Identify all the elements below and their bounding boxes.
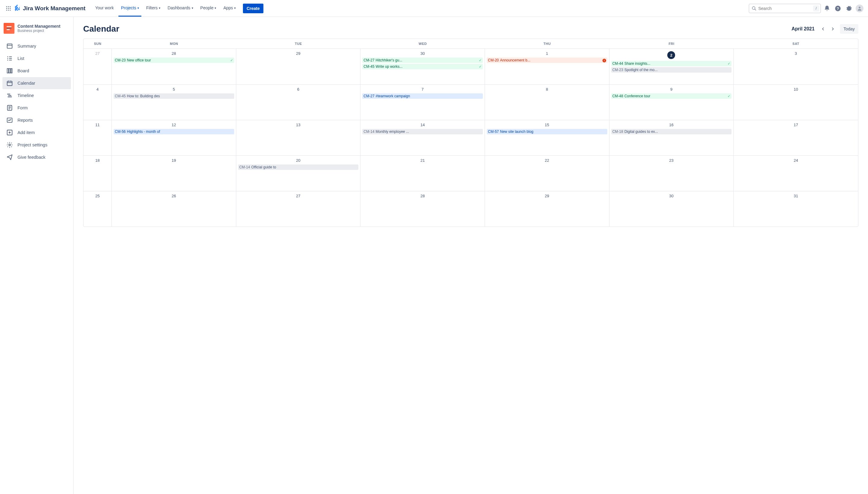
settings-button[interactable] [844, 4, 853, 13]
calendar-event[interactable]: CM-14Official guide to [238, 165, 359, 170]
calendar-event[interactable]: CM-57New site launch blog [487, 129, 607, 134]
project-header[interactable]: Content Management Business project [2, 23, 71, 40]
calendar-day[interactable]: 26 [112, 191, 236, 227]
sidebar-item-label: List [17, 56, 24, 61]
prev-month-button[interactable] [818, 24, 828, 34]
sidebar: Content Management Business project Summ… [0, 17, 74, 494]
svg-point-3 [6, 8, 7, 9]
calendar-day[interactable]: 29 [236, 49, 361, 84]
summary-icon [6, 42, 13, 50]
calendar-day[interactable]: 4 [84, 84, 112, 120]
calendar-day[interactable]: 27 [84, 49, 112, 84]
calendar-day[interactable]: 21 [361, 156, 485, 191]
nav-item-label: Dashboards [168, 5, 190, 10]
nav-item-projects[interactable]: Projects▾ [118, 0, 141, 17]
nav-item-people[interactable]: People▾ [198, 0, 219, 17]
event-key: CM-23 [612, 68, 623, 72]
calendar-day[interactable]: 8 [485, 84, 609, 120]
calendar-event[interactable]: CM-18Digital guides to ex... [611, 129, 732, 134]
notifications-button[interactable] [822, 4, 832, 13]
day-number: 10 [735, 86, 856, 93]
svg-point-4 [8, 8, 9, 9]
calendar-day[interactable]: 11 [84, 120, 112, 155]
calendar-day[interactable]: 24 [734, 156, 858, 191]
calendar-event[interactable]: CM-27Hitchhiker's gu...✓ [362, 58, 483, 63]
calendar-event[interactable]: CM-44Share insights...✓ [611, 61, 732, 66]
calendar-day[interactable]: 14CM-14Monthly employee ... [361, 120, 485, 155]
help-icon: ? [834, 5, 841, 12]
calendar-day[interactable]: 27 [236, 191, 361, 227]
calendar-event[interactable]: CM-20Announcement b...! [487, 58, 607, 63]
calendar-event[interactable]: CM-45How to: Building des [114, 93, 234, 99]
sidebar-item-summary[interactable]: Summary [2, 40, 71, 52]
day-number: 14 [362, 121, 483, 129]
sidebar-item-add-item[interactable]: Add item [2, 127, 71, 138]
next-month-button[interactable] [828, 24, 837, 34]
calendar-event[interactable]: CM-45Write up works...✓ [362, 64, 483, 69]
calendar-day[interactable]: 17 [734, 120, 858, 155]
sidebar-item-list[interactable]: List [2, 52, 71, 64]
calendar-day[interactable]: 6 [236, 84, 361, 120]
event-key: CM-48 [612, 94, 623, 98]
nav-item-dashboards[interactable]: Dashboards▾ [165, 0, 196, 17]
calendar-event[interactable]: CM-27#teamwork campaign [362, 93, 483, 99]
sidebar-item-timeline[interactable]: Timeline [2, 90, 71, 101]
svg-rect-14 [7, 26, 12, 27]
calendar-day[interactable]: 10 [734, 84, 858, 120]
list-icon [6, 55, 13, 62]
profile-button[interactable] [855, 4, 864, 13]
calendar-day[interactable]: 5CM-45How to: Building des [112, 84, 236, 120]
sidebar-item-calendar[interactable]: Calendar [2, 77, 71, 89]
today-button[interactable]: Today [840, 24, 858, 34]
app-switcher-button[interactable] [4, 4, 13, 13]
calendar-day[interactable]: 3 [734, 49, 858, 84]
sidebar-item-reports[interactable]: Reports [2, 114, 71, 126]
calendar-day[interactable]: 2CM-44Share insights...✓CM-23Spotlight o… [609, 49, 734, 84]
sidebar-item-form[interactable]: Form [2, 102, 71, 114]
chevron-down-icon: ▾ [215, 6, 216, 10]
nav-item-your-work[interactable]: Your work [93, 0, 116, 17]
sidebar-item-label: Calendar [17, 81, 35, 86]
nav-item-apps[interactable]: Apps▾ [221, 0, 238, 17]
day-number: 29 [487, 192, 607, 200]
calendar-day[interactable]: 7CM-27#teamwork campaign [361, 84, 485, 120]
search-input-container[interactable]: / [749, 4, 821, 13]
calendar-event[interactable]: CM-23New office tour✓ [114, 58, 234, 63]
calendar-day[interactable]: 12CM-56Highlights - month of [112, 120, 236, 155]
calendar-day[interactable]: 29 [485, 191, 609, 227]
calendar-day[interactable]: 20CM-14Official guide to [236, 156, 361, 191]
calendar-day[interactable]: 25 [84, 191, 112, 227]
event-title: Write up works... [375, 64, 478, 69]
calendar-day[interactable]: 23 [609, 156, 734, 191]
calendar-day[interactable]: 13 [236, 120, 361, 155]
day-number: 8 [487, 86, 607, 93]
sidebar-item-give-feedback[interactable]: Give feedback [2, 151, 71, 163]
sidebar-item-project-settings[interactable]: Project settings [2, 139, 71, 151]
day-number: 16 [611, 121, 732, 129]
calendar-day[interactable]: 31 [734, 191, 858, 227]
calendar-event[interactable]: CM-48Conference tour✓ [611, 93, 732, 99]
calendar-day[interactable]: 19 [112, 156, 236, 191]
calendar-day[interactable]: 1CM-20Announcement b...! [485, 49, 609, 84]
product-logo[interactable]: Jira Work Management [15, 5, 86, 12]
nav-item-filters[interactable]: Filters▾ [144, 0, 163, 17]
search-input[interactable] [758, 6, 813, 11]
calendar-day[interactable]: 16CM-18Digital guides to ex... [609, 120, 734, 155]
calendar-event[interactable]: CM-56Highlights - month of [114, 129, 234, 134]
calendar-day[interactable]: 22 [485, 156, 609, 191]
calendar-event[interactable]: CM-23Spotlight of the mo... [611, 67, 732, 73]
calendar-day[interactable]: 18 [84, 156, 112, 191]
calendar-day[interactable]: 9CM-48Conference tour✓ [609, 84, 734, 120]
calendar-day[interactable]: 28CM-23New office tour✓ [112, 49, 236, 84]
day-number: 1 [487, 50, 607, 58]
sidebar-item-board[interactable]: Board [2, 65, 71, 77]
calendar-event[interactable]: CM-14Monthly employee ... [362, 129, 483, 134]
day-number: 2 [611, 50, 732, 61]
calendar-day[interactable]: 30CM-27Hitchhiker's gu...✓CM-45Write up … [361, 49, 485, 84]
calendar-day[interactable]: 30 [609, 191, 734, 227]
create-button[interactable]: Create [243, 4, 263, 13]
help-button[interactable]: ? [833, 4, 843, 13]
calendar-day[interactable]: 28 [361, 191, 485, 227]
calendar-day[interactable]: 15CM-57New site launch blog [485, 120, 609, 155]
search-shortcut-hint: / [813, 5, 819, 12]
